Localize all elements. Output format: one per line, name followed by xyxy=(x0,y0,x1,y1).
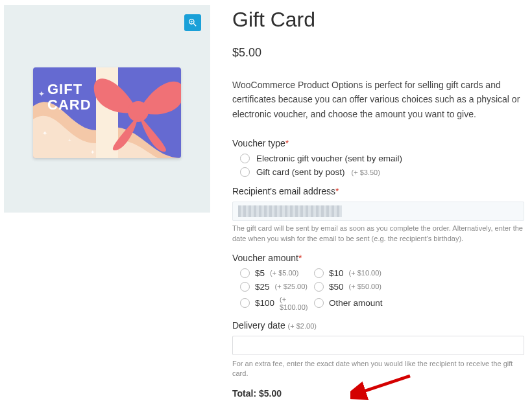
amount-option-5[interactable]: $5 (+ $5.00) xyxy=(240,268,311,278)
redacted-text xyxy=(238,205,342,217)
amount-option-50[interactable]: $50 (+ $50.00) xyxy=(314,282,411,292)
magnify-plus-icon xyxy=(187,17,198,28)
bow-icon xyxy=(85,67,181,158)
voucher-amount-field: Voucher amount* $5 (+ $5.00) $10 (+ $10.… xyxy=(232,253,524,311)
zoom-button[interactable] xyxy=(184,14,201,31)
delivery-date-input[interactable] xyxy=(232,336,524,355)
card-line2: CARD xyxy=(47,97,91,113)
radio-icon xyxy=(240,154,250,163)
radio-icon xyxy=(314,268,324,278)
product-title: Gift Card xyxy=(232,8,524,32)
amount-option-100[interactable]: $100 (+ $100.00) xyxy=(240,296,311,311)
amount-option-25[interactable]: $25 (+ $25.00) xyxy=(240,282,311,292)
radio-icon xyxy=(240,298,250,308)
total-line: Total: $5.00 xyxy=(232,388,524,399)
product-details: Gift Card $5.00 WooCommerce Product Opti… xyxy=(232,5,529,407)
amount-option-10[interactable]: $10 (+ $10.00) xyxy=(314,268,411,278)
voucher-type-label: Voucher type* xyxy=(232,138,524,148)
voucher-amount-label: Voucher amount* xyxy=(232,253,524,263)
recipient-email-helper: The gift card will be sent by email as s… xyxy=(232,224,524,244)
recipient-email-field: Recipient's email address* The gift card… xyxy=(232,186,524,244)
sparkle-icon: + xyxy=(68,137,71,143)
sparkle-icon: ✦ xyxy=(42,130,47,137)
voucher-type-option-post[interactable]: Gift card (sent by post) (+ $3.50) xyxy=(232,167,524,177)
radio-icon xyxy=(240,167,250,177)
voucher-type-field: Voucher type* Electronic gift voucher (s… xyxy=(232,138,524,177)
amount-option-other[interactable]: Other amount xyxy=(314,296,411,311)
sparkle-icon: ✦ xyxy=(90,149,95,156)
svg-point-0 xyxy=(128,101,149,122)
radio-icon xyxy=(314,282,324,292)
radio-icon xyxy=(240,268,250,278)
recipient-email-input[interactable] xyxy=(232,202,524,221)
card-text: GIFT CARD xyxy=(47,82,91,113)
sparkle-icon: ✦ xyxy=(38,89,45,99)
delivery-date-label: Delivery date (+ $2.00) xyxy=(232,320,524,331)
radio-icon xyxy=(314,298,324,308)
product-description: WooCommerce Product Options is perfect f… xyxy=(232,78,524,121)
radio-icon xyxy=(240,282,250,292)
product-price: $5.00 xyxy=(232,46,524,60)
recipient-email-label: Recipient's email address* xyxy=(232,186,524,196)
voucher-type-option-electronic[interactable]: Electronic gift voucher (sent by email) xyxy=(232,154,524,163)
gift-card-image: GIFT CARD ✦ ✦ + ✦ xyxy=(33,67,181,158)
delivery-date-helper: For an extra fee, enter the exact date w… xyxy=(232,359,524,379)
card-line1: GIFT xyxy=(47,81,82,97)
delivery-date-field: Delivery date (+ $2.00) For an extra fee… xyxy=(232,320,524,379)
product-image-panel: GIFT CARD ✦ ✦ + ✦ xyxy=(4,5,210,213)
